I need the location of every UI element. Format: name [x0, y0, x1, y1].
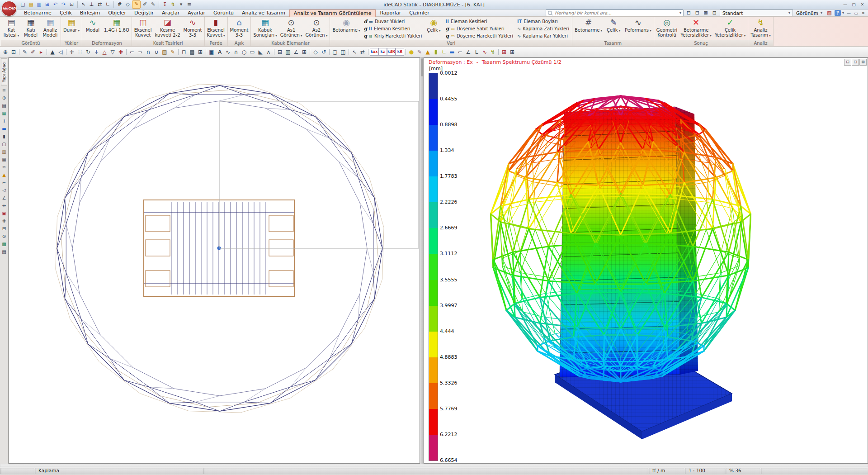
betonarme-yetersizlikler-button[interactable]: ✕BetonarmeYetersizlikler ▾	[679, 17, 713, 40]
redo-icon[interactable]: ↷	[60, 1, 67, 8]
bolt-icon[interactable]: ↯	[489, 48, 497, 56]
corner-tool-icon[interactable]: ∟	[440, 48, 448, 56]
panel-icon[interactable]: ▤	[188, 48, 196, 56]
column-icon[interactable]: ▮	[1, 133, 8, 140]
capture-region-icon[interactable]: ⊡	[68, 1, 75, 8]
roof-tool-icon[interactable]: ▲	[424, 48, 432, 56]
settings-icon[interactable]: ✚	[1, 218, 8, 224]
model-icon[interactable]: ▦	[1, 110, 8, 117]
open-file-icon[interactable]: ▤	[27, 1, 35, 8]
rect-icon[interactable]: ▭	[248, 48, 256, 56]
results-table-icon[interactable]: ⊞	[500, 48, 508, 56]
pen-add-icon[interactable]: ✎	[149, 1, 157, 8]
mirror-icon[interactable]: ▽	[108, 48, 117, 56]
undo-icon[interactable]: ↶	[52, 1, 59, 8]
analiz-tasarim-button[interactable]: ↯AnalizTasarım ▾	[749, 17, 772, 40]
pen-cross-icon[interactable]: ✐	[141, 1, 149, 8]
diagram-icon[interactable]: ∿	[481, 48, 489, 56]
view-minimize-button[interactable]: ⊟	[844, 59, 851, 66]
view-menu-button[interactable]: Görünüm ▾	[794, 10, 824, 16]
table-icon[interactable]: ⊞	[508, 48, 516, 56]
scale-icon[interactable]: △	[100, 48, 108, 56]
dimension-icon[interactable]: ↔	[1, 203, 8, 209]
mdi-minimize-button[interactable]: —	[845, 10, 852, 17]
circle-icon[interactable]: ○	[240, 48, 248, 56]
menu-tab-analiz-ve-tasar-m[interactable]: Analiz ve Tasarım	[238, 10, 289, 16]
pointer-box-icon[interactable]: ⊡	[711, 10, 718, 17]
menu-tab-elik[interactable]: Çelik	[56, 10, 76, 16]
zoom-tool-icon[interactable]: ⊕	[1, 95, 8, 101]
app-maximize-button[interactable]: ▢	[850, 1, 858, 8]
menu-tab-izimler[interactable]: Çizimler	[405, 10, 434, 16]
calc-icon[interactable]: ⊞	[300, 48, 308, 56]
new-file-icon[interactable]: ▢	[19, 1, 27, 8]
load-arrow-icon[interactable]: ↧	[161, 1, 169, 8]
veri-kaplama-kar[interactable]: ∿Kaplama Kar Yükleri	[517, 33, 569, 39]
menu-tab-objeler[interactable]: Objeler	[104, 10, 130, 16]
camera-icon[interactable]: ⊙	[1, 233, 8, 240]
layers-icon[interactable]: ⊟	[1, 226, 8, 232]
qat-dropdown-icon[interactable]: ▾	[177, 1, 185, 8]
as1-gorunen-button[interactable]: ⊙As1Görünen ▾	[279, 17, 304, 40]
performans-button[interactable]: ∿Peformans ▾	[623, 17, 653, 40]
sheet-icon[interactable]: ▥	[284, 48, 292, 56]
kesme-kuvveti-button[interactable]: ◪Kesmekuvveti 2-2	[154, 17, 182, 40]
material-icon[interactable]: ▣	[1, 210, 8, 217]
orbit-icon[interactable]: ↺	[320, 48, 328, 56]
polyline-icon[interactable]: ∧	[264, 48, 273, 56]
qat-more-icon[interactable]: ≡	[185, 1, 193, 8]
node-icon[interactable]: ◇	[311, 48, 320, 56]
modal-button[interactable]: ∿Modal	[83, 17, 102, 40]
menu-tab-g-r-nt[interactable]: Görüntü	[209, 10, 238, 16]
layer-list-icon[interactable]: ⊟	[685, 10, 693, 17]
beam-icon[interactable]: ▬	[1, 126, 8, 132]
layers-icon[interactable]: ⊟	[276, 48, 284, 56]
vertex-tool-icon[interactable]: ▲	[48, 48, 57, 56]
grid-icon[interactable]: ⊞	[196, 48, 204, 56]
marker-pen-icon[interactable]: ✐	[29, 48, 37, 56]
analysis-bolt-icon[interactable]: ↯	[169, 1, 177, 8]
perpendicular-snap-icon[interactable]: ⊥	[88, 1, 95, 8]
zoom-in-icon[interactable]: ⊕	[1, 48, 9, 56]
veri-kiris-hareketli[interactable]: q≋Kiriş Hareketli Yükleri	[364, 33, 422, 39]
zoom-window-icon[interactable]: ⊡	[9, 48, 18, 56]
result-k3r-button[interactable]: k3R	[387, 48, 396, 56]
tasarim-betonarme-button[interactable]: #Betonarme ▾	[573, 17, 604, 40]
edit-pen-icon[interactable]: ✎	[169, 48, 177, 56]
celik-yetersizlikler-button[interactable]: ✓ÇelikYetersizlikler ▾	[713, 17, 747, 40]
view-close-button[interactable]: ⊠	[859, 59, 867, 66]
tile-view-icon[interactable]: ◫	[339, 48, 347, 56]
save-all-icon[interactable]: ⊞	[43, 1, 51, 8]
wall-icon[interactable]: ▥	[1, 149, 8, 155]
veri-eleman-boylari[interactable]: ITEleman Boyları	[517, 19, 569, 24]
frame-corner-icon[interactable]: ⌐	[456, 48, 464, 56]
trim-icon[interactable]: ⌐	[128, 48, 136, 56]
idecad-logo[interactable]: ideCAD	[1, 1, 17, 16]
veri-doseme-sabit[interactable]: g▭Döşeme Sabit Yükleri	[445, 26, 513, 32]
result-kxx-button[interactable]: kxx	[370, 48, 378, 56]
duvar-button[interactable]: ▦Duvar ▾	[62, 17, 81, 40]
beam-tool-icon[interactable]: ▬	[448, 48, 456, 56]
help-dropdown-icon[interactable]: ▾	[842, 11, 844, 15]
eksenel-kuvvet-button[interactable]: ◫EksenelKuvvet	[133, 17, 153, 40]
hatch-icon[interactable]: ▨	[160, 48, 169, 56]
menu-tab-betonarme[interactable]: Betonarme	[20, 10, 56, 16]
sketch-pen-icon[interactable]: ✎	[21, 48, 29, 56]
report-icon[interactable]: ▤	[1, 249, 8, 255]
perde-eksenel-button[interactable]: ▮EksenelKuvvet ▾	[206, 17, 226, 40]
kombinasyon-button[interactable]: ▦1.4G+1.6Q	[103, 17, 131, 40]
asik-moment-button[interactable]: ⌂Moment3-3	[229, 17, 250, 40]
command-search[interactable]: ▾	[546, 10, 684, 16]
truss-icon[interactable]: ◁	[1, 187, 8, 194]
rotate-icon[interactable]: ↻	[84, 48, 92, 56]
menu-tab-ara-lar[interactable]: Araçlar	[158, 10, 184, 16]
move-icon[interactable]: ✛	[68, 48, 76, 56]
light-icon[interactable]: ●	[407, 48, 415, 56]
kati-model-button[interactable]: ▦KatıModel	[21, 17, 40, 40]
view-restore-button[interactable]: ⊡	[852, 59, 859, 66]
parallel-snap-icon[interactable]: ⇄	[96, 1, 104, 8]
veri-eleman-kesitleri[interactable]: gIIEleman Kesitleri	[364, 26, 422, 32]
geometri-kontrolu-button[interactable]: ◎GeometriKontrolü	[655, 17, 679, 40]
viewport-3d[interactable]: Deformasyon : Ex - Tasarım Spektrumu Çöz…	[424, 57, 868, 464]
new-view-icon[interactable]: ▢	[331, 48, 339, 56]
